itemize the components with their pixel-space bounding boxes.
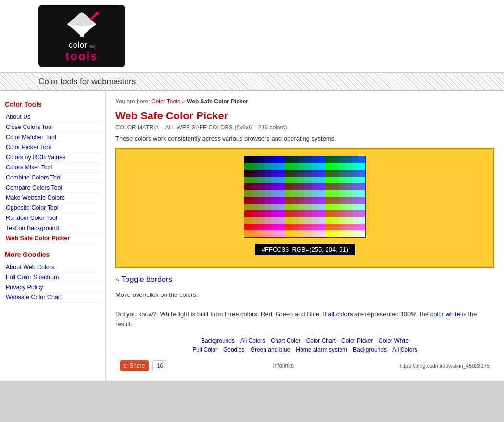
- color-cell[interactable]: [285, 170, 291, 177]
- color-cell[interactable]: [339, 163, 345, 170]
- footer-link2-all-colors[interactable]: All Colors: [392, 346, 417, 353]
- color-cell[interactable]: [285, 197, 291, 204]
- color-cell[interactable]: [271, 224, 278, 230]
- color-cell[interactable]: [359, 197, 365, 204]
- color-cell[interactable]: [265, 224, 271, 230]
- color-cell[interactable]: [244, 177, 251, 183]
- color-table[interactable]: [244, 156, 365, 237]
- color-cell[interactable]: [339, 197, 345, 204]
- color-cell[interactable]: [251, 156, 258, 163]
- color-cell[interactable]: [244, 183, 251, 190]
- color-cell[interactable]: [265, 156, 271, 163]
- color-cell[interactable]: [291, 230, 298, 237]
- color-cell[interactable]: [271, 156, 278, 163]
- color-cell[interactable]: [265, 190, 271, 197]
- color-cell[interactable]: [265, 163, 271, 170]
- color-cell[interactable]: [345, 217, 352, 224]
- color-cell[interactable]: [251, 217, 258, 224]
- color-cell[interactable]: [352, 217, 359, 224]
- color-cell[interactable]: [345, 210, 352, 217]
- color-cell[interactable]: [291, 190, 298, 197]
- color-cell[interactable]: [332, 183, 339, 190]
- color-cell[interactable]: [352, 156, 359, 163]
- color-cell[interactable]: [285, 163, 291, 170]
- color-cell[interactable]: [298, 210, 305, 217]
- color-cell[interactable]: [312, 217, 318, 224]
- color-cell[interactable]: [271, 183, 278, 190]
- color-cell[interactable]: [244, 163, 251, 170]
- color-cell[interactable]: [271, 197, 278, 204]
- sidebar-item-text-on-background[interactable]: Text on Background: [5, 223, 101, 233]
- color-cell[interactable]: [305, 190, 312, 197]
- color-cell[interactable]: [298, 177, 305, 183]
- color-cell[interactable]: [352, 170, 359, 177]
- color-cell[interactable]: [298, 230, 305, 237]
- color-cell[interactable]: [278, 190, 285, 197]
- color-cell[interactable]: [251, 177, 258, 183]
- color-cell[interactable]: [339, 190, 345, 197]
- color-cell[interactable]: [352, 224, 359, 230]
- color-cell[interactable]: [244, 217, 251, 224]
- color-cell[interactable]: [312, 210, 318, 217]
- color-cell[interactable]: [352, 183, 359, 190]
- goodies-item-full-color-spectrum[interactable]: Full Color Spectrum: [5, 272, 101, 282]
- color-cell[interactable]: [318, 210, 325, 217]
- color-cell[interactable]: [271, 163, 278, 170]
- color-cell[interactable]: [298, 217, 305, 224]
- color-cell[interactable]: [339, 170, 345, 177]
- color-cell[interactable]: [258, 204, 265, 210]
- sidebar-item-random-color-tool[interactable]: Random Color Tool: [5, 213, 101, 223]
- color-cell[interactable]: [359, 217, 365, 224]
- color-cell[interactable]: [271, 190, 278, 197]
- footer-link-chart-color[interactable]: Chart Color: [271, 337, 300, 344]
- color-cell[interactable]: [325, 230, 332, 237]
- color-cell[interactable]: [265, 204, 271, 210]
- color-cell[interactable]: [339, 204, 345, 210]
- color-cell[interactable]: [271, 170, 278, 177]
- goodies-item-privacy-policy[interactable]: Privacy Policy: [5, 282, 101, 293]
- color-cell[interactable]: [312, 197, 318, 204]
- color-cell[interactable]: [325, 197, 332, 204]
- color-cell[interactable]: [312, 230, 318, 237]
- color-cell[interactable]: [258, 177, 265, 183]
- color-cell[interactable]: [359, 170, 365, 177]
- color-cell[interactable]: [318, 197, 325, 204]
- color-cell[interactable]: [332, 163, 339, 170]
- footer-link2-goodies[interactable]: Goodies: [223, 346, 245, 353]
- color-cell[interactable]: [312, 183, 318, 190]
- color-cell[interactable]: [305, 204, 312, 210]
- color-cell[interactable]: [352, 177, 359, 183]
- color-cell[interactable]: [332, 217, 339, 224]
- color-cell[interactable]: [352, 190, 359, 197]
- color-cell[interactable]: [298, 170, 305, 177]
- color-cell[interactable]: [332, 190, 339, 197]
- footer-link-all-colors[interactable]: All Colors: [240, 337, 265, 344]
- footer-link-backgrounds[interactable]: Backgrounds: [201, 337, 235, 344]
- sidebar-item-make-websafe-colors[interactable]: Make Websafe Colors: [5, 193, 101, 203]
- color-cell[interactable]: [251, 230, 258, 237]
- color-cell[interactable]: [251, 197, 258, 204]
- color-cell[interactable]: [345, 190, 352, 197]
- color-cell[interactable]: [251, 204, 258, 210]
- color-cell[interactable]: [285, 210, 291, 217]
- color-cell[interactable]: [278, 204, 285, 210]
- color-cell[interactable]: [345, 163, 352, 170]
- color-cell[interactable]: [359, 190, 365, 197]
- color-cell[interactable]: [291, 170, 298, 177]
- color-cell[interactable]: [244, 190, 251, 197]
- color-cell[interactable]: [318, 163, 325, 170]
- color-cell[interactable]: [278, 170, 285, 177]
- color-cell[interactable]: [345, 230, 352, 237]
- color-cell[interactable]: [291, 197, 298, 204]
- color-cell[interactable]: [359, 177, 365, 183]
- sidebar-item-compare-colors-tool[interactable]: Compare Colors Tool: [5, 183, 101, 193]
- color-cell[interactable]: [305, 230, 312, 237]
- color-cell[interactable]: [285, 190, 291, 197]
- color-cell[interactable]: [271, 210, 278, 217]
- color-cell[interactable]: [265, 210, 271, 217]
- footer-link-color-chart[interactable]: Color Chart: [306, 337, 336, 344]
- color-cell[interactable]: [325, 190, 332, 197]
- color-cell[interactable]: [258, 224, 265, 230]
- color-cell[interactable]: [265, 217, 271, 224]
- color-cell[interactable]: [278, 217, 285, 224]
